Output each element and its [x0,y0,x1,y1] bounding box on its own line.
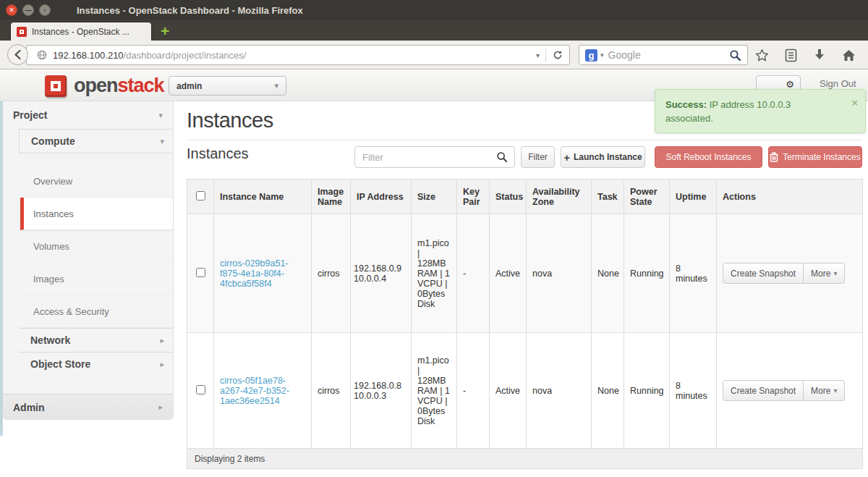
alert-close-icon[interactable]: × [851,98,858,107]
sidebar-item-images[interactable]: Images [20,263,173,295]
filter-input[interactable] [354,146,515,168]
new-tab-button[interactable]: + [161,23,169,39]
col-instance-name: Instance Name [214,180,312,214]
url-bar[interactable]: 192.168.100.210/dashboard/project/instan… [26,45,570,65]
cell-image: cirros [312,333,351,449]
sidebar-compute-items: Overview Instances Volumes Images Access… [20,165,173,328]
openstack-logo: openstack [45,75,164,97]
cell-status: Active [490,214,527,333]
col-task: Task [592,180,624,214]
launch-instance-button[interactable]: + Launch Instance [561,146,645,168]
magnifier-icon [729,49,741,62]
sign-out-link[interactable]: Sign Out [820,78,856,89]
browser-tab[interactable]: Instances - OpenStack ... [10,22,152,41]
cell-key-pair: - [457,333,490,449]
table-footer: Displaying 2 items [187,449,863,469]
cell-uptime: 8 minutes [670,214,717,333]
cell-size: m1.pico | 128MB RAM | 1 VCPU | 0Bytes Di… [412,333,457,449]
globe-icon [37,50,47,60]
bookmark-star-button[interactable] [752,46,771,64]
create-snapshot-button[interactable]: Create Snapshot [723,380,804,401]
filter-button[interactable]: Filter [521,146,555,168]
sidebar-item-access-security[interactable]: Access & Security [20,295,173,328]
sidebar-project-header[interactable]: Project ▾ [3,101,173,129]
chevron-down-icon: ▾ [160,137,164,146]
search-bar[interactable]: g ▾ Google [579,45,748,65]
col-uptime: Uptime [670,180,717,214]
url-dropdown-icon[interactable]: ▾ [530,51,545,59]
url-text: 192.168.100.210/dashboard/project/instan… [53,50,246,61]
col-availability-zone: Availability Zone [527,180,592,214]
sidebar-compute-header[interactable]: Compute ▾ [19,129,173,153]
window-title: Instances - OpenStack Dashboard - Mozill… [77,5,303,16]
col-size: Size [412,180,457,214]
success-alert-title: Success: [665,99,707,110]
title-divider [187,140,862,140]
bookmarks-menu-button[interactable] [781,46,800,64]
instance-name-link[interactable]: cirros-029b9a51-f875-4e1a-80f4-4fcbca5f5… [220,258,289,289]
row-checkbox[interactable] [196,268,205,277]
star-icon [755,48,769,62]
sidebar-admin-header[interactable]: Admin ▸ [3,394,173,420]
cell-actions: Create Snapshot More▾ [717,214,863,333]
sidebar: Project ▾ Compute ▾ Overview Instances V… [3,101,174,420]
sidebar-network-header[interactable]: Network ▸ [19,328,173,352]
window-minimize-icon[interactable]: — [22,4,34,16]
cell-power-state: Running [624,214,670,333]
table-row: cirros-05f1ae78-a267-42e7-b352-1aec36ee2… [187,333,863,449]
col-status: Status [490,180,527,214]
cell-actions: Create Snapshot More▾ [717,333,863,449]
chevron-right-icon: ▸ [160,360,164,369]
chevron-down-icon: ▾ [833,387,837,394]
main-content: Instances Instances Filter + Launch Inst… [174,101,868,477]
col-power-state: Power State [624,180,670,214]
create-snapshot-button[interactable]: Create Snapshot [723,263,804,284]
sidebar-item-volumes[interactable]: Volumes [20,230,173,263]
search-placeholder: Google [608,49,641,61]
google-engine-icon[interactable]: g [585,49,597,62]
row-checkbox[interactable] [196,385,205,394]
chevron-down-icon: ▾ [274,81,278,90]
cell-power-state: Running [624,333,670,449]
instance-name-link[interactable]: cirros-05f1ae78-a267-42e7-b352-1aec36ee2… [220,376,289,406]
chevron-down-icon: ▾ [158,111,163,120]
cell-key-pair: - [457,214,490,333]
sidebar-item-instances[interactable]: Instances [20,198,173,230]
terminate-instances-button[interactable]: Terminate Instances [768,146,862,168]
window-maximize-icon[interactable]: ▫ [39,4,51,16]
home-button[interactable] [839,46,858,64]
table-header-row: Instance Name Image Name IP Address Size… [187,180,863,214]
cell-status: Active [490,333,527,449]
more-actions-button[interactable]: More▾ [804,263,845,284]
more-actions-button[interactable]: More▾ [804,380,845,401]
cell-task: None [592,333,624,449]
select-all-checkbox[interactable] [196,191,205,200]
screen: ✕ — ▫ Instances - OpenStack Dashboard - … [0,0,868,477]
window-close-icon[interactable]: ✕ [6,4,17,16]
col-image-name: Image Name [312,180,351,214]
trash-icon [770,152,778,162]
sidebar-object-store-header[interactable]: Object Store ▸ [19,352,173,376]
sidebar-item-overview[interactable]: Overview [20,165,173,198]
dashboard-page: openstack admin ▾ ⚙ Sign Out Success: IP… [0,70,868,477]
url-controls: ▾ [530,46,569,64]
back-button[interactable] [7,44,28,65]
search-go-button[interactable] [729,49,741,62]
table-footer-row: Displaying 2 items [187,449,863,469]
chevron-down-icon: ▾ [833,269,837,277]
chevron-right-icon: ▸ [158,402,163,412]
table-row: cirros-029b9a51-f875-4e1a-80f4-4fcbca5f5… [187,214,863,333]
col-key-pair: Key Pair [457,180,490,214]
downloads-button[interactable] [810,46,829,64]
reload-button[interactable] [546,50,569,60]
project-switcher-dropdown[interactable]: admin ▾ [169,76,286,96]
search-engine-caret-icon[interactable]: ▾ [600,51,604,59]
cell-availability-zone: nova [527,333,592,449]
openstack-cube-icon [45,75,67,97]
url-host: 192.168.100.210 [53,50,124,61]
cell-uptime: 8 minutes [670,333,717,449]
filter-search-icon [496,151,508,163]
back-arrow-icon [12,49,23,60]
reload-icon [553,50,563,60]
soft-reboot-button[interactable]: Soft Reboot Instances [655,146,762,168]
